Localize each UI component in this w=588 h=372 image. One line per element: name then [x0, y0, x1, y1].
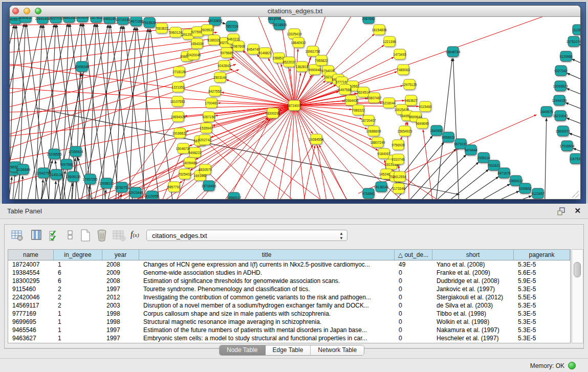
graph-node[interactable]: 9474444 — [464, 145, 477, 155]
graph-node[interactable]: 6466160 — [103, 17, 116, 24]
graph-node[interactable]: 1849575 — [540, 106, 553, 117]
graph-node[interactable]: 7955822 — [315, 55, 328, 65]
tab-node-table[interactable]: Node Table — [220, 345, 266, 355]
graph-node[interactable]: 17016504 — [560, 141, 575, 151]
graph-edge[interactable] — [565, 103, 580, 112]
graph-node[interactable]: 18300295 — [266, 108, 280, 118]
graph-edge[interactable] — [567, 89, 580, 97]
graph-node[interactable]: 1640952 — [430, 125, 443, 136]
graph-node[interactable]: 10958107 — [99, 178, 114, 188]
graph-node[interactable]: 9463627 — [404, 95, 418, 105]
graph-node[interactable]: 15654923 — [398, 126, 412, 136]
table-row[interactable]: 1938455462009Genome-wide association stu… — [8, 269, 570, 277]
graph-node[interactable]: 5960124 — [169, 27, 182, 37]
graph-node[interactable]: 8186328 — [207, 35, 221, 45]
table-row[interactable]: 2242004622012Investigating the contribut… — [8, 293, 570, 301]
new-table-icon[interactable] — [79, 229, 92, 242]
graph-edge[interactable] — [447, 184, 510, 199]
graph-edge[interactable] — [569, 133, 580, 141]
graph-edge[interactable] — [89, 24, 96, 199]
graph-node[interactable]: 18807249 — [371, 137, 385, 147]
graph-node[interactable]: 20206555 — [47, 149, 62, 159]
graph-node[interactable]: 15692971 — [556, 126, 571, 136]
graph-node[interactable]: 9990448 — [308, 64, 321, 75]
tab-edge-table[interactable]: Edge Table — [266, 345, 311, 355]
graph-node[interactable]: 14671368 — [129, 17, 144, 26]
close-panel-icon[interactable]: ✕ — [574, 206, 581, 215]
graph-node[interactable]: 9756928 — [391, 140, 405, 150]
graph-edge[interactable] — [453, 58, 460, 199]
graph-node[interactable]: 11156849 — [16, 164, 30, 174]
graph-edge[interactable] — [233, 105, 294, 199]
graph-node[interactable]: 7857224 — [225, 21, 238, 31]
graph-node[interactable]: 12942757 — [36, 168, 51, 178]
graph-node[interactable]: 14569117 — [227, 192, 242, 199]
float-panel-icon[interactable] — [557, 207, 565, 215]
graph-node[interactable]: 20364436 — [344, 95, 359, 105]
graph-node[interactable]: 9129966 — [559, 51, 573, 61]
select-rows-icon[interactable] — [49, 229, 61, 242]
table-row[interactable]: 911546021997Tourette syndrome. Phenomeno… — [8, 285, 570, 293]
graph-node[interactable]: 9227342 — [554, 65, 568, 76]
graph-edge[interactable] — [20, 176, 23, 199]
graph-node[interactable]: 9242843 — [217, 60, 231, 71]
network-graph[interactable]: 2405572430606102069140616227032988635810… — [10, 17, 580, 199]
scrollbar-thumb[interactable] — [574, 262, 581, 277]
graph-node[interactable]: 5975685 — [220, 48, 233, 58]
graph-edge[interactable] — [37, 163, 190, 199]
graph-node[interactable]: 8115955 — [146, 191, 159, 199]
table-row[interactable]: 969969511998Structural magnetic resonanc… — [8, 318, 570, 326]
graph-edge[interactable] — [579, 45, 580, 51]
table-settings-icon[interactable] — [11, 229, 24, 242]
graph-edge[interactable] — [10, 177, 12, 199]
column-header-short[interactable]: short — [432, 250, 514, 260]
graph-node[interactable]: 9097588 — [60, 159, 73, 169]
table-row[interactable]: 1872400712008Changes of HCN gene express… — [8, 260, 570, 269]
graph-node[interactable]: 16154808 — [372, 25, 387, 35]
graph-node[interactable]: 10807487 — [367, 93, 382, 103]
graph-node[interactable]: 10688609 — [366, 126, 381, 136]
graph-node[interactable]: 2718126 — [172, 67, 186, 77]
delete-rows-icon[interactable] — [96, 229, 109, 243]
graph-node[interactable]: 9310746 — [391, 154, 405, 164]
table-row[interactable]: 1456911722003Disruption of a novel membe… — [8, 301, 570, 310]
graph-edge[interactable] — [83, 23, 108, 199]
table-scrollbar[interactable] — [572, 249, 583, 343]
graph-node[interactable]: 14099489 — [183, 158, 198, 168]
graph-edge[interactable] — [567, 118, 580, 127]
graph-node[interactable]: 8958923 — [442, 132, 455, 142]
graph-node[interactable]: 9886358 — [62, 17, 76, 23]
graph-node[interactable]: 19384554 — [309, 134, 324, 144]
graph-node[interactable]: 16210643 — [553, 111, 568, 121]
graph-edge[interactable] — [90, 27, 135, 199]
graph-edge[interactable] — [469, 195, 532, 199]
graph-node[interactable]: 1654339 — [190, 38, 204, 49]
column-header-out_de[interactable]: △ out_de... — [395, 250, 432, 260]
graph-node[interactable]: 1167536 — [570, 154, 580, 164]
graph-node[interactable]: 9123457 — [531, 188, 545, 199]
function-builder-icon[interactable]: f(x) — [130, 230, 139, 239]
graph-node[interactable]: 7663822 — [155, 23, 168, 33]
graph-node[interactable]: 14136141 — [374, 182, 389, 192]
graph-node[interactable]: 1473493 — [393, 49, 406, 59]
graph-node[interactable]: 7485063 — [397, 64, 410, 75]
table-selector[interactable]: citations_edges.txt ▲▼ — [146, 230, 347, 241]
graph-edge[interactable] — [209, 117, 343, 199]
column-header-title[interactable]: title — [139, 250, 395, 260]
graph-node[interactable]: 16782759 — [115, 182, 129, 192]
graph-node[interactable]: 1527602 — [90, 17, 103, 23]
graph-node[interactable]: 1535947 — [200, 123, 213, 133]
column-header-pagerank[interactable]: pagerank — [514, 250, 570, 260]
graph-node[interactable]: 17359924 — [69, 146, 83, 157]
graph-node[interactable]: 19166822 — [172, 128, 187, 138]
graph-node[interactable]: 8830579 — [199, 164, 212, 174]
graph-node[interactable]: 9734561 — [362, 188, 375, 199]
graph-node[interactable]: 1700481 — [205, 98, 218, 108]
graph-node[interactable]: 15751074 — [567, 36, 580, 47]
graph-edge[interactable] — [103, 29, 148, 199]
graph-edge[interactable] — [137, 27, 162, 199]
graph-node[interactable]: 1221353 — [171, 82, 185, 92]
graph-node[interactable]: 19654925 — [171, 112, 186, 122]
graph-node[interactable]: 7986322 — [352, 105, 365, 115]
graph-node[interactable]: 20691406 — [35, 17, 50, 24]
